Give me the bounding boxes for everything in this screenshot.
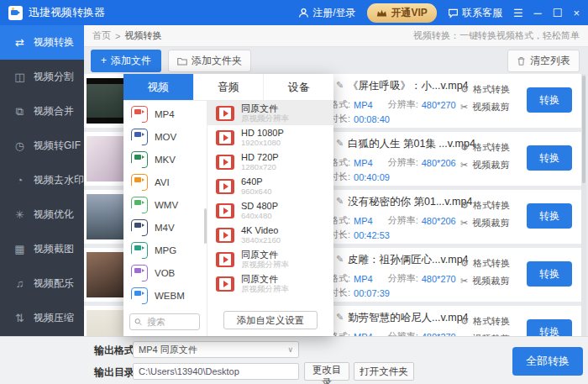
sidebar-item-video-music[interactable]: ♫ 视频配乐 (0, 266, 84, 301)
scissors-icon: ✂ (460, 276, 468, 287)
video-trim-action[interactable]: ✂视频裁剪 (460, 159, 509, 171)
format-convert-action[interactable]: ⚙格式转换 (460, 257, 510, 270)
video-trim-action[interactable]: ✂视频裁剪 (460, 275, 509, 287)
video-merge-icon: ⧉ (12, 105, 28, 118)
format-option-vob[interactable]: VOB VOB (123, 261, 207, 284)
menu-icon[interactable]: ☰ (513, 8, 523, 18)
open-folder-button[interactable]: 打开文件夹 (354, 362, 414, 381)
login-register-link[interactable]: 注册/登录 (298, 6, 355, 20)
convert-button[interactable]: 转换 (527, 145, 572, 171)
video-split-icon: ◫ (12, 71, 28, 83)
breadcrumb: 首页 > 视频转换 视频转换：一键转换视频格式，轻松简单 (84, 25, 588, 47)
edit-name-icon[interactable]: ✎ (336, 254, 344, 265)
format-convert-action[interactable]: ⚙格式转换 (460, 83, 510, 96)
clear-list-button[interactable]: 清空列表 (507, 50, 580, 72)
scrollbar-thumb[interactable] (582, 76, 585, 183)
format-option-mov[interactable]: MOV MOV (123, 125, 207, 148)
video-trim-action[interactable]: ✂视频裁剪 (460, 217, 509, 229)
resolution-option-original[interactable]: 同原文件原视频分辨率 (207, 101, 333, 125)
sidebar-item-watermark-remove[interactable]: ◔ 视频去水印 (0, 163, 84, 197)
resolution-value: 480*206 (422, 158, 456, 168)
edit-name-icon[interactable]: ✎ (336, 80, 344, 91)
breadcrumb-separator: > (115, 31, 120, 41)
tab-device[interactable]: 设备 (263, 74, 333, 100)
resolution-label: 分辨率: (388, 330, 418, 336)
output-format-select[interactable]: MP4 同原文件 ∨ (133, 341, 299, 358)
change-directory-button[interactable]: 更改目录 (304, 362, 349, 381)
format-option-mp4[interactable]: MP4 MP4 (123, 103, 207, 125)
sidebar-item-video-convert[interactable]: ⇄ 视频转换 (0, 25, 84, 60)
edit-name-icon[interactable]: ✎ (336, 138, 344, 149)
convert-button[interactable]: 转换 (527, 319, 572, 336)
convert-button[interactable]: 转换 (527, 87, 572, 113)
convert-all-button[interactable]: 全部转换 (512, 347, 583, 376)
output-format-popup: 视频 音频 设备 MP4 MP4 MOV MOV MKV MKV AVI AVI… (123, 74, 333, 336)
breadcrumb-home[interactable]: 首页 (92, 29, 111, 42)
tab-video[interactable]: 视频 (123, 74, 193, 100)
format-value: MP4 (354, 274, 373, 284)
contact-support-link[interactable]: 联系客服 (448, 6, 502, 20)
sidebar-item-video-to-gif[interactable]: ◷ 视频转GIF (0, 129, 84, 163)
sidebar-item-video-merge[interactable]: ⧉ 视频合并 (0, 94, 84, 129)
webm-format-icon: WEBM (131, 287, 148, 304)
film-icon (216, 106, 234, 121)
resolution-option-720p[interactable]: HD 720P1280x720 (207, 150, 333, 174)
edit-name-icon[interactable]: ✎ (336, 312, 344, 323)
toolbar: + 添加文件 添加文件夹 清空列表 (84, 47, 588, 74)
resolution-option-1080p[interactable]: HD 1080P1920x1080 (207, 125, 333, 150)
resolution-option-480p[interactable]: SD 480P640x480 (207, 198, 333, 223)
tab-audio[interactable]: 音频 (193, 74, 264, 100)
chat-icon (448, 8, 459, 18)
format-option-wmv[interactable]: WMV WMV (123, 193, 207, 216)
trash-icon (517, 56, 526, 66)
output-dir-input[interactable] (133, 363, 299, 380)
gear-icon: ⚙ (460, 142, 469, 153)
convert-button[interactable]: 转换 (527, 261, 572, 287)
duration-value: 00:42:53 (354, 230, 390, 240)
scissors-icon: ✂ (460, 102, 468, 113)
format-convert-action[interactable]: ⚙格式转换 (460, 199, 510, 212)
film-icon (216, 252, 234, 267)
video-music-icon: ♫ (12, 277, 28, 290)
format-option-webm[interactable]: WEBM WEBM (123, 284, 207, 307)
duration-value: 00:08:40 (354, 114, 390, 124)
sidebar-item-video-compress[interactable]: ⇅ 视频压缩 (0, 301, 84, 335)
add-folder-button[interactable]: 添加文件夹 (168, 50, 251, 72)
open-vip-button[interactable]: 开通VIP (367, 3, 437, 23)
resolution-option-640p[interactable]: 640P960x640 (207, 174, 333, 198)
list-scrollbar[interactable] (581, 74, 586, 336)
add-custom-setting-button[interactable]: 添加自定义设置 (223, 311, 318, 329)
format-convert-action[interactable]: ⚙格式转换 (460, 315, 510, 328)
resolution-option-original-3[interactable]: 同原文件原视频分辨率 (207, 271, 333, 296)
format-option-avi[interactable]: AVI AVI (123, 171, 207, 193)
resolution-value: 480*206 (422, 216, 456, 226)
wmv-format-icon: WMV (131, 197, 148, 213)
format-convert-action[interactable]: ⚙格式转换 (460, 141, 510, 154)
mpg-format-icon: MPG (131, 242, 148, 259)
video-trim-action[interactable]: ✂视频裁剪 (460, 101, 509, 113)
add-file-button[interactable]: + 添加文件 (91, 50, 161, 72)
resolution-option-4k[interactable]: 4K Video3840x2160 (207, 223, 333, 247)
format-search-box[interactable] (129, 313, 200, 330)
edit-name-icon[interactable]: ✎ (336, 196, 344, 207)
close-button[interactable]: × (573, 8, 580, 18)
app-logo-icon (8, 6, 23, 20)
format-column-scrollbar[interactable] (204, 208, 207, 244)
gear-icon: ⚙ (460, 258, 469, 269)
format-option-mkv[interactable]: MKV MKV (123, 148, 207, 171)
resolution-option-original-2[interactable]: 同原文件原视频分辨率 (207, 247, 333, 271)
user-icon (298, 8, 309, 18)
gear-icon: ⚙ (460, 200, 469, 211)
avi-format-icon: AVI (131, 174, 148, 191)
sidebar-item-video-screenshot[interactable]: ▦ 视频截图 (0, 232, 84, 266)
search-input[interactable] (145, 316, 195, 328)
minimize-button[interactable]: ─ (534, 8, 542, 18)
convert-button[interactable]: 转换 (527, 203, 572, 229)
maximize-button[interactable]: ☐ (553, 8, 563, 18)
chevron-down-icon: ∨ (287, 345, 293, 354)
sidebar-item-video-split[interactable]: ◫ 视频分割 (0, 60, 84, 94)
format-option-m4v[interactable]: M4V M4V (123, 216, 207, 239)
sidebar-item-video-optimize[interactable]: ✳ 视频优化 (0, 197, 84, 232)
video-compress-icon: ⇅ (12, 312, 28, 324)
format-option-mpg[interactable]: MPG MPG (123, 239, 207, 261)
